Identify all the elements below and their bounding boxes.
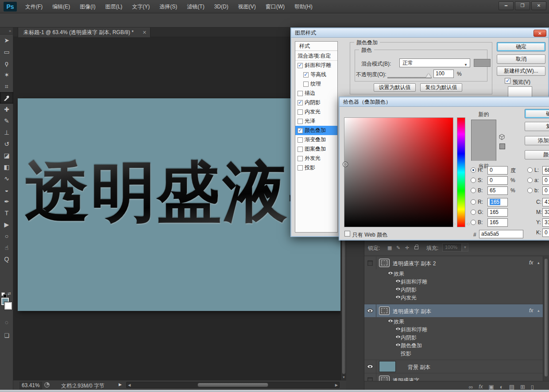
layer-thumbnail[interactable] [379,259,390,267]
field-radio[interactable] [471,188,476,193]
adjustment-layer-icon[interactable]: ◐ [500,384,503,390]
style-checkbox[interactable] [298,63,303,68]
ok-button[interactable]: 确定 [497,42,545,51]
field-radio[interactable] [471,167,476,173]
style-checkbox[interactable] [298,156,303,161]
style-checkbox[interactable] [298,91,303,96]
effect-eye-icon[interactable] [395,287,401,291]
zoom-level-field[interactable]: 63.41% [19,382,42,389]
menu-item[interactable]: 视图(V) [233,0,261,13]
layer-effect-row[interactable]: 内阴影 [364,333,543,341]
eraser-tool[interactable]: ◪ [0,150,13,161]
menu-item[interactable]: 文件(F) [20,0,47,13]
history-brush-tool[interactable]: ↺ [0,138,13,150]
visibility-eye-icon[interactable] [367,365,373,369]
style-checkbox[interactable] [303,72,309,78]
layer-style-dialog-titlebar[interactable]: 图层样式 ✕ [290,27,549,38]
collapse-effects-icon[interactable]: ▴ [537,260,540,265]
style-item-渐变叠加[interactable]: 渐变叠加 [295,135,337,144]
preview-checkbox[interactable] [505,78,510,84]
menu-item[interactable]: 帮助(H) [290,0,317,13]
menu-item[interactable]: 图层(L) [101,0,128,13]
scroll-right-icon[interactable]: ▶ [335,383,338,387]
layer-thumbnail[interactable] [379,361,396,372]
layer-name[interactable]: 透明盛液字 副本 2 [393,260,436,268]
layer-thumbnail[interactable] [379,307,390,315]
layer-effect-row[interactable]: 斜面和浮雕 [364,325,543,333]
close-dialog-icon[interactable]: ✕ [534,30,546,37]
field-radio[interactable] [527,178,533,183]
style-item-图案叠加[interactable]: 图案叠加 [295,144,337,154]
visibility-empty-icon[interactable] [367,377,373,381]
layer-style-icon[interactable]: fx [479,384,483,390]
style-checkbox[interactable] [298,147,303,152]
field-value-L[interactable]: 68 [542,166,549,175]
horizontal-scrollbar[interactable]: ◀ ▶ [126,382,340,388]
close-tab-icon[interactable]: ✕ [143,27,147,37]
add-to-swatches-button[interactable]: 添加到色板 [525,136,549,145]
web-safe-cube-icon[interactable] [499,134,505,142]
style-item-纹理[interactable]: 纹理 [295,79,337,89]
menu-item[interactable]: 编辑(E) [47,0,75,13]
path-selection-tool[interactable]: ▶ [0,219,13,230]
hue-marker-right-icon[interactable]: ◂ [467,221,469,226]
layer-effect-row[interactable]: 投影 [364,349,543,357]
gradient-tool[interactable]: ◧ [0,161,13,173]
style-item-颜色叠加[interactable]: 颜色叠加 [295,126,337,135]
effect-eye-icon[interactable] [388,319,393,323]
link-layers-icon[interactable]: ∞ [469,384,473,390]
effect-eye-icon[interactable] [395,343,401,347]
pen-tool[interactable]: ✒ [0,196,13,207]
overlay-color-swatch[interactable] [474,59,491,67]
style-checkbox[interactable] [298,165,303,171]
field-value-B[interactable]: 65 [487,186,508,195]
style-item-内发光[interactable]: 内发光 [295,107,337,116]
delete-layer-icon[interactable]: ▯ [531,384,534,390]
fill-value-field[interactable]: 100% [442,243,462,252]
menu-item[interactable]: 文字(Y) [127,0,155,13]
layer-row[interactable]: 透明盛液字 副本 2fx▴ [364,256,543,269]
horizontal-scrollbar-thumb[interactable] [197,383,268,387]
scroll-left-icon[interactable]: ◀ [128,383,131,387]
eyedropper-tool[interactable] [0,92,13,104]
effect-eye-icon[interactable] [395,279,401,283]
lock-image-pixels-icon[interactable]: ✎ [396,245,400,251]
field-value-R[interactable]: 165 [487,198,508,206]
menu-item[interactable]: 选择(S) [155,0,182,13]
style-checkbox[interactable] [298,128,303,133]
screen-mode-button[interactable]: ❏ [0,330,13,341]
effect-eye-icon[interactable] [395,327,401,331]
lock-position-icon[interactable]: ✛ [405,245,409,251]
field-radio[interactable] [527,188,533,193]
layer-row[interactable]: 透明盛液字 [364,373,543,381]
field-radio[interactable] [527,167,533,173]
fill-dropdown-icon[interactable]: ▼ [462,243,468,252]
toolbox-collapse-button[interactable]: » [0,27,13,35]
field-radio[interactable] [471,199,476,205]
layer-row[interactable]: 背景 副本 [364,360,543,373]
set-default-button[interactable]: 设置为默认值 [374,83,416,92]
menu-item[interactable]: 图像(I) [75,0,100,13]
close-button[interactable]: ✕ [531,1,546,10]
layer-visibility-cell[interactable] [364,373,376,381]
layer-name[interactable]: 透明盛液字 副本 [393,308,431,315]
style-item-内阴影[interactable]: 内阴影 [295,98,337,107]
effect-eye-icon[interactable] [395,335,401,339]
field-value-B[interactable]: 165 [487,218,508,227]
layer-name[interactable]: 透明盛液字 [393,377,419,381]
move-tool[interactable]: ➤ [0,35,13,46]
layer-effect-row[interactable]: 效果 [364,317,543,325]
spot-healing-brush-tool[interactable]: ✚ [0,104,13,115]
layer-effect-row[interactable]: 颜色叠加 [364,341,543,349]
ellipse-tool[interactable]: ○ [0,230,13,242]
hand-tool[interactable]: ☝ [0,242,13,253]
brush-tool[interactable]: ✎ [0,115,13,127]
field-value-K[interactable]: 0 [542,229,549,237]
rectangular-marquee-tool[interactable]: ▭ [0,46,13,58]
effect-eye-icon[interactable] [395,295,401,299]
style-checkbox[interactable] [298,137,303,143]
style-item-投影[interactable]: 投影 [295,163,337,172]
field-value-a[interactable]: 0 [542,176,549,185]
layer-visibility-cell[interactable] [364,360,376,373]
visibility-eye-icon[interactable] [367,309,373,313]
